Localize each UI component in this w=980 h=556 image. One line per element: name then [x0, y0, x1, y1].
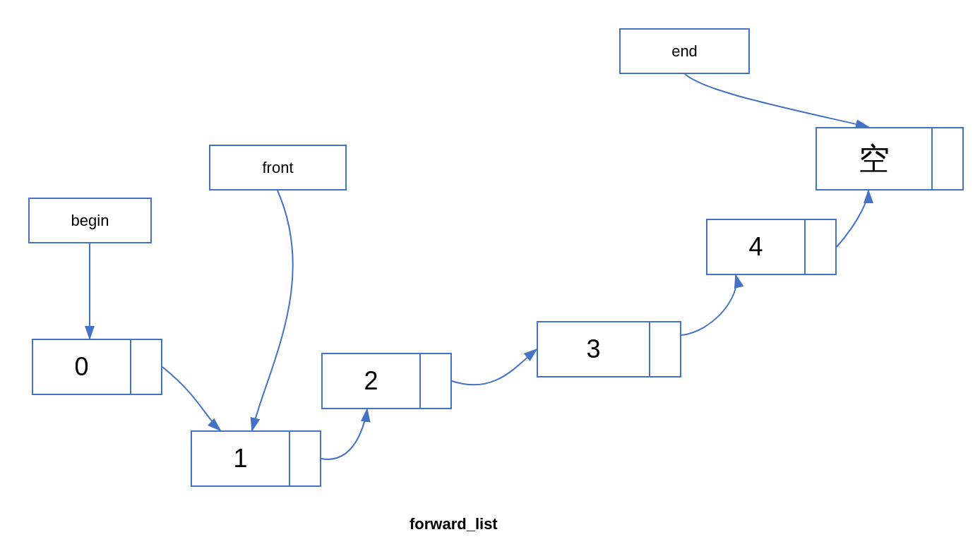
node-4-ptr [804, 220, 835, 274]
node-2-value: 2 [323, 354, 419, 408]
node-null: 空 [815, 127, 964, 191]
node-1: 1 [191, 430, 321, 487]
node-4: 4 [706, 219, 837, 275]
node-3-ptr [649, 322, 680, 376]
forward-list-caption: forward_list [410, 515, 498, 533]
front-label: front [209, 145, 347, 191]
node-2-ptr [419, 354, 450, 408]
arrows-svg [0, 0, 980, 556]
node-0-ptr [130, 340, 161, 394]
node-1-ptr [289, 432, 320, 485]
node-2: 2 [321, 353, 452, 409]
diagram: 0 1 2 3 4 空 begin front end forward_list [0, 0, 980, 556]
node-4-value: 4 [707, 220, 804, 274]
node-0-value: 0 [33, 340, 130, 394]
node-3-value: 3 [538, 322, 649, 376]
node-null-ptr [931, 128, 962, 189]
node-1-value: 1 [192, 432, 289, 485]
node-3: 3 [537, 321, 681, 377]
node-0: 0 [32, 339, 162, 395]
begin-label: begin [28, 198, 152, 243]
node-null-value: 空 [817, 128, 931, 189]
end-label: end [619, 28, 750, 74]
